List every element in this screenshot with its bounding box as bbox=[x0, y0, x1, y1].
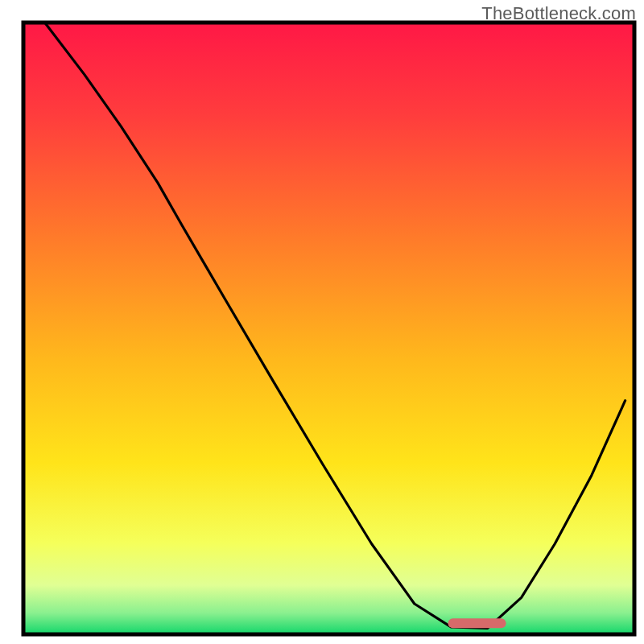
gradient-background bbox=[23, 23, 634, 634]
chart-svg bbox=[0, 0, 644, 644]
bottleneck-chart: TheBottleneck.com bbox=[0, 0, 644, 644]
watermark-text: TheBottleneck.com bbox=[481, 3, 636, 24]
optimal-marker bbox=[448, 618, 506, 628]
